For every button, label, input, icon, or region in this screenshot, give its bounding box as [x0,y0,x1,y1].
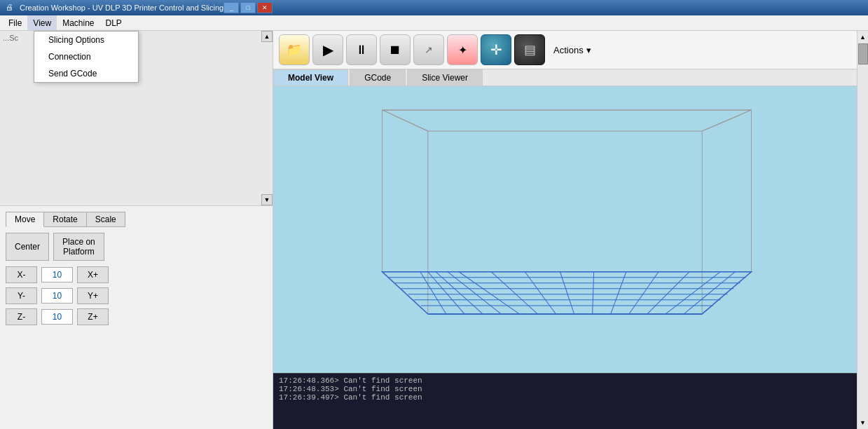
play-icon: ▶ [323,41,333,58]
window-title: Creation Workshop - UV DLP 3D Printer Co… [20,4,223,12]
main-layout: ...Sc ▲ ▼ Move Rotate Scale Center Place… [0,31,868,429]
window-controls: _ □ ✕ [223,2,273,13]
svg-line-25 [525,272,556,314]
left-top-label: ...Sc [3,34,18,42]
view-dropdown: Slicing Options Connection Send GCode [34,31,139,83]
y-move-row: Y- 10 Y+ [6,287,267,304]
menu-bar: File View Machine DLP Slicing Options Co… [0,15,868,31]
stop-button[interactable]: ⏹ [380,34,411,65]
app-icon: 🖨 [6,3,15,13]
tab-model-view[interactable]: Model View [273,69,348,86]
placement-buttons: Center Place on Platform [6,233,267,261]
tab-gcode[interactable]: GCode [350,69,406,86]
z-minus-button[interactable]: Z- [6,308,37,325]
scroll-down-button[interactable]: ▼ [261,194,273,205]
svg-line-23 [459,272,519,314]
y-minus-button[interactable]: Y- [6,287,37,304]
x-move-row: X- 10 X+ [6,266,267,283]
tab-slice-viewer[interactable]: Slice Viewer [407,69,483,86]
dropdown-connection[interactable]: Connection [34,48,138,65]
dropdown-slicing-options[interactable]: Slicing Options [34,32,138,48]
magic-button[interactable]: ✦ [447,34,478,65]
magic-icon: ✦ [458,43,467,57]
svg-line-26 [560,272,574,314]
console-line-1: 17:26:48.366> Can't find screen [279,376,851,385]
svg-line-2 [383,110,428,131]
minimize-button[interactable]: _ [223,2,239,13]
3d-scene-svg [273,86,857,373]
actions-label: Actions [553,45,584,55]
left-panel: ...Sc ▲ ▼ Move Rotate Scale Center Place… [0,31,273,429]
svg-line-31 [666,272,720,314]
toolbar: 📁 ▶ ⏸ ⏹ ↗ ✦ ✛ ▤ Action [273,31,857,69]
z-value-input[interactable]: 10 [41,309,73,325]
x-value-input[interactable]: 10 [41,267,73,282]
svg-line-28 [611,272,626,314]
console-line-2: 17:26:48.353> Can't find screen [279,385,851,393]
left-bottom-panel: Move Rotate Scale Center Place on Platfo… [0,206,273,429]
right-panel: 📁 ▶ ⏸ ⏹ ↗ ✦ ✛ ▤ Action [273,31,857,429]
tab-rotate[interactable]: Rotate [43,212,86,227]
svg-line-3 [702,110,751,131]
dropdown-send-gcode[interactable]: Send GCode [34,65,138,82]
cursor-button[interactable]: ↗ [413,34,444,65]
move3d-icon: ✛ [490,41,502,58]
center-button[interactable]: Center [6,233,49,261]
tab-scale[interactable]: Scale [86,212,125,227]
layers-icon: ▤ [524,42,536,57]
title-bar: 🖨 Creation Workshop - UV DLP 3D Printer … [0,0,868,15]
stop-icon: ⏹ [389,43,401,57]
layers-button[interactable]: ▤ [514,34,545,65]
svg-line-22 [448,272,501,314]
open-button[interactable]: 📁 [279,34,310,65]
menu-dlp[interactable]: DLP [100,15,128,30]
menu-file[interactable]: File [3,15,27,30]
move3d-button[interactable]: ✛ [481,34,511,65]
y-plus-button[interactable]: Y+ [77,287,109,304]
view-tabs: Model View GCode Slice Viewer [273,69,857,86]
menu-view[interactable]: View [27,15,57,30]
z-move-row: Z- 10 Z+ [6,308,267,325]
scroll-down-arrow[interactable]: ▼ [858,418,867,428]
close-button[interactable]: ✕ [257,2,273,13]
pause-icon: ⏸ [355,43,368,57]
right-scrollbar[interactable]: ▲ ▼ [857,31,868,429]
svg-marker-0 [383,110,752,131]
scroll-up-arrow[interactable]: ▲ [858,32,867,42]
3d-viewport[interactable] [273,86,857,373]
actions-arrow-icon: ▾ [586,45,591,55]
maximize-button[interactable]: □ [240,2,256,13]
x-minus-button[interactable]: X- [6,266,37,283]
actions-button[interactable]: Actions ▾ [553,45,591,55]
tab-move[interactable]: Move [6,212,44,227]
play-button[interactable]: ▶ [312,34,343,65]
x-plus-button[interactable]: X+ [77,266,109,283]
menu-machine[interactable]: Machine [57,15,99,30]
cursor-icon: ↗ [425,44,433,55]
console-area: 17:26:48.366> Can't find screen 17:26:48… [273,373,857,429]
svg-line-24 [491,272,537,314]
z-plus-button[interactable]: Z+ [77,308,109,325]
place-on-platform-button[interactable]: Place on Platform [53,233,104,261]
scroll-up-button[interactable]: ▲ [261,31,273,42]
console-line-3: 17:26:39.497> Can't find screen [279,393,851,402]
svg-line-27 [593,272,594,314]
transform-tabs: Move Rotate Scale [6,212,267,227]
y-value-input[interactable]: 10 [41,288,73,304]
folder-icon: 📁 [287,42,302,57]
scroll-thumb[interactable] [858,43,868,64]
pause-button[interactable]: ⏸ [346,34,377,65]
svg-line-30 [647,272,689,314]
